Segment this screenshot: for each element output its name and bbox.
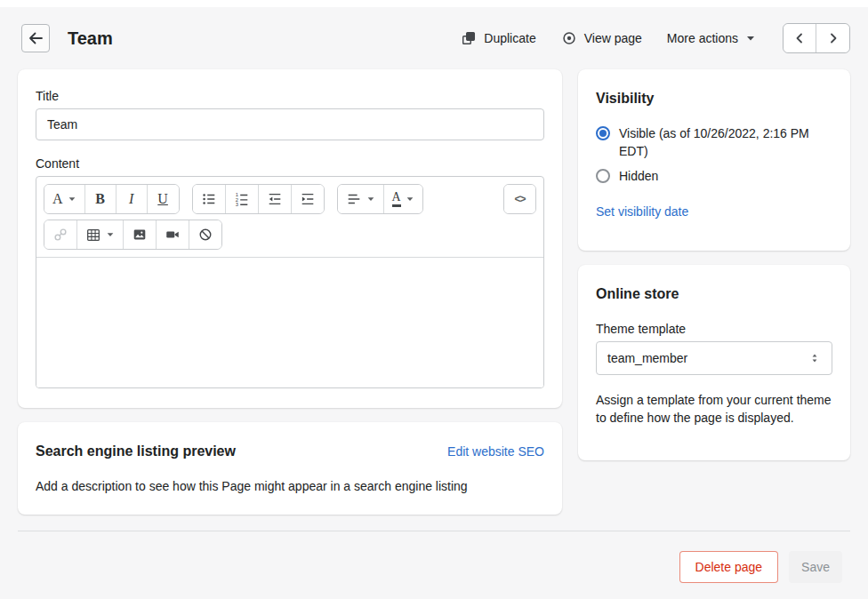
content-editable-area[interactable] [36, 258, 543, 387]
text-style-group: A B I U [44, 184, 180, 214]
alignment-dropdown-button[interactable] [338, 185, 384, 213]
title-label: Title [36, 89, 544, 103]
bulleted-list-button[interactable] [193, 185, 226, 213]
italic-button[interactable]: I [117, 185, 148, 213]
main-column: Title Content A B [18, 69, 562, 515]
indent-icon [300, 191, 316, 207]
outdent-button[interactable] [259, 185, 292, 213]
back-button[interactable] [21, 24, 50, 52]
theme-template-value: team_member [607, 351, 687, 365]
chevron-left-icon [793, 32, 806, 44]
toolbar-row-2 [44, 220, 536, 250]
insert-video-button[interactable] [157, 220, 189, 249]
caret-down-icon [68, 195, 76, 204]
align-color-group: A [337, 184, 423, 214]
text-color-letter: A [392, 191, 401, 207]
online-store-card-title: Online store [596, 286, 832, 302]
save-button[interactable]: Save [789, 551, 842, 583]
link-icon [52, 227, 68, 243]
duplicate-button[interactable]: Duplicate [461, 30, 535, 46]
seo-preview-card: Search engine listing preview Edit websi… [18, 422, 562, 515]
radio-hidden-label: Hidden [619, 167, 658, 185]
bold-button[interactable]: B [85, 185, 117, 213]
numbered-list-icon: 123 [234, 191, 250, 207]
visibility-card-title: Visibility [596, 91, 832, 107]
sort-arrows-icon [808, 352, 821, 364]
radio-selected-icon [596, 126, 610, 140]
radio-option-hidden[interactable]: Hidden [596, 167, 832, 185]
eye-icon [561, 30, 577, 46]
header-actions: Duplicate View page More actions [461, 23, 850, 53]
more-actions-button[interactable]: More actions [667, 31, 756, 45]
page-details-card: Title Content A B [18, 69, 562, 408]
caret-down-icon [106, 230, 115, 239]
edit-website-seo-link[interactable]: Edit website SEO [447, 444, 544, 459]
italic-letter: I [129, 192, 133, 206]
duplicate-label: Duplicate [484, 31, 535, 45]
previous-page-button[interactable] [784, 24, 816, 52]
underline-button[interactable]: U [148, 185, 179, 213]
insert-table-button[interactable] [77, 220, 124, 249]
align-left-icon [346, 191, 362, 207]
code-group: <> [503, 184, 536, 214]
arrow-left-icon [27, 29, 44, 47]
view-page-button[interactable]: View page [561, 30, 642, 46]
page-title: Team [68, 28, 113, 49]
page-header: Team Duplicate View page More actions [0, 7, 868, 69]
footer-actions: Delete page Save [0, 531, 868, 583]
caret-down-icon [406, 195, 414, 204]
prohibit-icon [197, 227, 213, 243]
view-page-label: View page [584, 31, 642, 45]
svg-text:3: 3 [235, 202, 237, 207]
chevron-down-icon [745, 33, 756, 44]
chevron-right-icon [827, 32, 840, 44]
radio-option-visible[interactable]: Visible (as of 10/26/2022, 2:16 PM EDT) [596, 124, 832, 160]
show-html-button[interactable]: <> [504, 185, 535, 213]
code-label: <> [514, 193, 525, 205]
delete-page-button[interactable]: Delete page [679, 551, 779, 583]
theme-template-select[interactable]: team_member [596, 341, 832, 375]
insert-image-button[interactable] [124, 220, 157, 249]
set-visibility-date-link[interactable]: Set visibility date [596, 204, 688, 219]
seo-card-title: Search engine listing preview [36, 443, 236, 459]
formatting-letter: A [52, 192, 63, 206]
formatting-dropdown-button[interactable]: A [44, 185, 85, 213]
rich-text-editor: A B I U [36, 176, 544, 388]
duplicate-icon [461, 30, 477, 46]
image-icon [132, 227, 148, 243]
main-layout: Title Content A B [0, 69, 868, 515]
content-label: Content [36, 156, 544, 171]
caret-down-icon [366, 195, 375, 204]
video-icon [165, 227, 181, 243]
theme-template-label: Theme template [596, 322, 832, 336]
side-column: Visibility Visible (as of 10/26/2022, 2:… [578, 69, 850, 460]
radio-unselected-icon [596, 169, 610, 183]
outdent-icon [267, 191, 283, 207]
next-page-button[interactable] [816, 24, 849, 52]
bold-letter: B [95, 192, 105, 206]
numbered-list-button[interactable]: 123 [226, 185, 259, 213]
online-store-card: Online store Theme template team_member … [578, 265, 850, 460]
title-input[interactable] [36, 108, 544, 140]
table-icon [85, 227, 101, 243]
radio-visible-label: Visible (as of 10/26/2022, 2:16 PM EDT) [619, 124, 832, 160]
seo-card-header: Search engine listing preview Edit websi… [36, 443, 544, 459]
list-indent-group: 123 [192, 184, 325, 214]
window-top-strip [0, 0, 868, 7]
editor-toolbar: A B I U [36, 177, 543, 257]
more-actions-label: More actions [667, 31, 738, 45]
visibility-card: Visibility Visible (as of 10/26/2022, 2:… [578, 69, 850, 251]
toolbar-row-1: A B I U [44, 184, 536, 214]
seo-description: Add a description to see how this Page m… [36, 479, 544, 493]
underline-letter: U [157, 192, 168, 206]
pagination-group [783, 23, 850, 53]
insert-group [44, 220, 222, 250]
clear-formatting-button[interactable] [189, 220, 221, 249]
text-color-dropdown-button[interactable]: A [384, 185, 422, 213]
insert-link-button[interactable] [44, 220, 77, 249]
indent-button[interactable] [292, 185, 324, 213]
theme-template-help-text: Assign a template from your current them… [596, 391, 832, 427]
bulleted-list-icon [201, 191, 217, 207]
